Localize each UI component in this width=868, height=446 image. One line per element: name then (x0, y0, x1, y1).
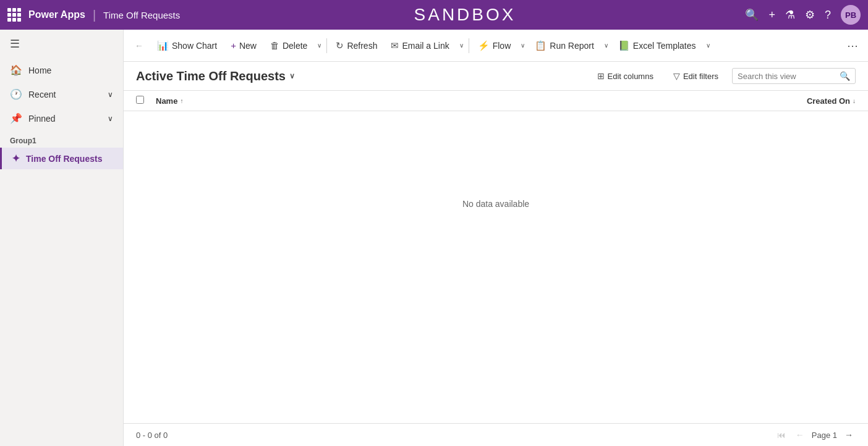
view-header: Active Time Off Requests ∨ ⊞ Edit column… (124, 62, 868, 91)
new-icon: + (231, 40, 236, 51)
refresh-icon: ↻ (336, 40, 344, 51)
new-button[interactable]: + New (224, 36, 263, 54)
page-label: Page 1 (812, 431, 837, 440)
pinned-icon: 📌 (10, 112, 22, 124)
waffle-menu-icon[interactable] (7, 8, 21, 22)
col-name-header[interactable]: Name ↑ (156, 96, 732, 106)
top-nav-left: Power Apps | Time Off Requests (7, 8, 193, 22)
delete-icon: 🗑 (270, 40, 279, 51)
main-layout: ☰ 🏠 Home 🕐 Recent ∨ 📌 Pinned ∨ Group1 ✦ … (0, 30, 868, 446)
next-page-btn[interactable]: → (842, 429, 856, 441)
table-area: No data available (124, 111, 868, 423)
show-chart-label: Show Chart (172, 41, 217, 51)
excel-templates-label: Excel Templates (633, 41, 696, 51)
top-nav-right: 🔍 + ⚗ ⚙ ? PB (737, 5, 861, 25)
app-title[interactable]: Time Off Requests (103, 10, 180, 20)
sidebar-item-pinned[interactable]: 📌 Pinned ∨ (0, 106, 123, 130)
run-report-button[interactable]: 📋 Run Report (529, 36, 600, 55)
record-count: 0 - 0 of 0 (136, 431, 168, 440)
sidebar: ☰ 🏠 Home 🕐 Recent ∨ 📌 Pinned ∨ Group1 ✦ … (0, 30, 124, 446)
prev-page-btn[interactable]: ← (793, 429, 807, 441)
columns-icon: ⊞ (597, 71, 605, 81)
col-created-sort-icon: ↓ (853, 98, 856, 104)
sandbox-label: SANDBOX (193, 5, 737, 25)
chart-icon: 📊 (157, 40, 169, 51)
view-title[interactable]: Active Time Off Requests ∨ (136, 69, 295, 83)
search-view-input[interactable] (738, 72, 836, 81)
filters-icon: ▽ (673, 71, 680, 81)
search-icon[interactable]: 🔍 (745, 8, 759, 22)
recent-chevron-icon: ∨ (108, 90, 113, 99)
user-avatar[interactable]: PB (841, 5, 861, 25)
sidebar-item-time-off-requests[interactable]: ✦ Time Off Requests (0, 148, 123, 169)
col-name-label: Name (156, 96, 177, 106)
help-icon[interactable]: ? (825, 9, 831, 22)
sidebar-item-home[interactable]: 🏠 Home (0, 58, 123, 82)
flow-label: Flow (493, 41, 511, 51)
add-icon[interactable]: + (768, 9, 775, 22)
edit-columns-label: Edit columns (608, 72, 653, 81)
show-chart-button[interactable]: 📊 Show Chart (151, 36, 223, 55)
settings-icon[interactable]: ⚙ (805, 8, 815, 22)
excel-icon: 📗 (618, 40, 630, 51)
run-report-label: Run Report (550, 41, 594, 51)
email-link-button[interactable]: ✉ Email a Link (385, 36, 455, 55)
hamburger-icon: ☰ (10, 37, 20, 51)
delete-label: Delete (283, 41, 307, 51)
footer-pagination: ⏮ ← Page 1 → (775, 429, 856, 441)
no-data-message: No data available (124, 111, 868, 297)
col-name-sort-icon: ↑ (180, 98, 183, 104)
select-all-checkbox[interactable] (136, 96, 144, 104)
view-title-chevron-icon: ∨ (289, 72, 295, 80)
sidebar-collapse-btn[interactable]: ☰ (0, 30, 123, 58)
back-button[interactable]: ← (129, 37, 150, 54)
report-icon: 📋 (535, 40, 547, 51)
flow-dropdown-icon[interactable]: ∨ (518, 38, 527, 53)
home-icon: 🏠 (10, 64, 22, 76)
recent-icon: 🕐 (10, 88, 22, 100)
search-view-icon[interactable]: 🔍 (840, 71, 850, 81)
content-area: ← 📊 Show Chart + New 🗑 Delete ∨ ↻ Refres… (124, 30, 868, 446)
email-icon: ✉ (391, 40, 399, 51)
sidebar-group-label: Group1 (0, 130, 123, 148)
excel-templates-button[interactable]: 📗 Excel Templates (612, 36, 702, 55)
col-checkbox-header (136, 96, 156, 106)
report-dropdown-icon[interactable]: ∨ (602, 38, 611, 53)
more-options-icon[interactable]: ⋯ (842, 36, 863, 55)
sidebar-home-label: Home (28, 65, 51, 75)
app-name[interactable]: Power Apps (28, 9, 85, 20)
email-dropdown-icon[interactable]: ∨ (457, 38, 466, 53)
flow-button[interactable]: ⚡ Flow (472, 36, 517, 55)
nav-separator: | (93, 8, 96, 22)
email-link-label: Email a Link (402, 41, 449, 51)
first-page-btn[interactable]: ⏮ (775, 429, 788, 441)
delete-dropdown-icon[interactable]: ∨ (315, 38, 324, 53)
col-created-on-label: Created On (807, 96, 850, 106)
search-view-box[interactable]: 🔍 (732, 68, 856, 84)
edit-filters-label: Edit filters (683, 72, 718, 81)
view-header-actions: ⊞ Edit columns ▽ Edit filters 🔍 (591, 68, 856, 84)
sidebar-time-off-label: Time Off Requests (26, 154, 102, 164)
top-nav: Power Apps | Time Off Requests SANDBOX 🔍… (0, 0, 868, 30)
refresh-label: Refresh (347, 41, 377, 51)
pinned-chevron-icon: ∨ (108, 114, 113, 123)
table-header-row: Name ↑ Created On ↓ (124, 91, 868, 111)
command-bar: ← 📊 Show Chart + New 🗑 Delete ∨ ↻ Refres… (124, 30, 868, 62)
table-footer: 0 - 0 of 0 ⏮ ← Page 1 → (124, 423, 868, 446)
view-title-text: Active Time Off Requests (136, 69, 286, 83)
refresh-button[interactable]: ↻ Refresh (330, 36, 383, 55)
col-created-on-header[interactable]: Created On ↓ (732, 96, 856, 106)
sidebar-recent-label: Recent (28, 90, 56, 99)
edit-columns-button[interactable]: ⊞ Edit columns (591, 68, 660, 84)
time-off-icon: ✦ (12, 153, 20, 164)
sidebar-pinned-label: Pinned (28, 114, 56, 124)
cmd-divider-1 (326, 38, 327, 53)
edit-filters-button[interactable]: ▽ Edit filters (667, 68, 725, 84)
cmd-divider-2 (469, 38, 469, 53)
delete-button[interactable]: 🗑 Delete (264, 36, 313, 54)
excel-dropdown-icon[interactable]: ∨ (704, 38, 713, 53)
new-label: New (239, 41, 257, 51)
flow-icon: ⚡ (478, 40, 490, 51)
filter-icon[interactable]: ⚗ (785, 8, 795, 22)
sidebar-item-recent[interactable]: 🕐 Recent ∨ (0, 82, 123, 106)
